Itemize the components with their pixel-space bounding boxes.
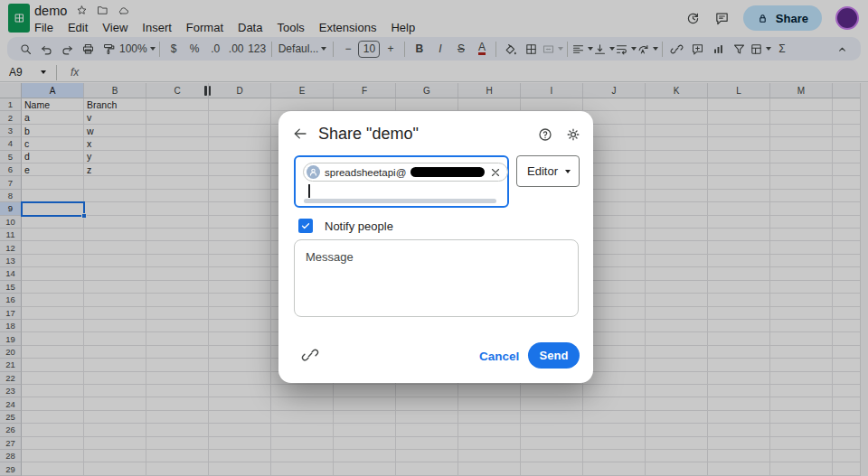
settings-button[interactable]: [565, 126, 581, 143]
remove-recipient-button[interactable]: [489, 166, 502, 179]
back-button[interactable]: [292, 126, 312, 145]
google-sheets-app: demo FileEditViewInsertFormatDataToolsEx…: [0, 0, 868, 476]
recipient-email: spreadsheetapi@: [325, 167, 406, 178]
help-button[interactable]: [537, 126, 553, 143]
chevron-down-icon: [565, 170, 571, 173]
checkmark-icon: [300, 220, 311, 231]
recipient-chip[interactable]: spreadsheetapi@: [303, 163, 508, 182]
settings-gear-icon: [565, 126, 581, 143]
message-input[interactable]: [294, 239, 579, 317]
copy-link-button[interactable]: [301, 346, 321, 366]
copy-link-icon: [301, 346, 319, 364]
notify-row: Notify people: [298, 219, 393, 233]
help-icon: [537, 126, 553, 143]
notify-label: Notify people: [325, 219, 393, 233]
input-scrollbar[interactable]: [304, 199, 496, 203]
role-selector[interactable]: Editor: [516, 155, 580, 187]
text-cursor: [308, 184, 310, 198]
send-button[interactable]: Send: [528, 342, 580, 369]
notify-checkbox[interactable]: [298, 219, 313, 233]
dialog-actions: [537, 126, 581, 143]
back-arrow-icon: [292, 126, 308, 142]
recipients-input[interactable]: spreadsheetapi@: [294, 155, 509, 208]
share-dialog: Share "demo" spreadsheetapi@ Editor Noti…: [278, 111, 593, 383]
close-icon: [489, 166, 502, 179]
cancel-button[interactable]: Cancel: [470, 345, 528, 367]
redacted-email-domain: [410, 167, 485, 177]
role-value: Editor: [527, 164, 558, 178]
person-icon: [307, 165, 320, 179]
dialog-title: Share "demo": [318, 125, 419, 144]
